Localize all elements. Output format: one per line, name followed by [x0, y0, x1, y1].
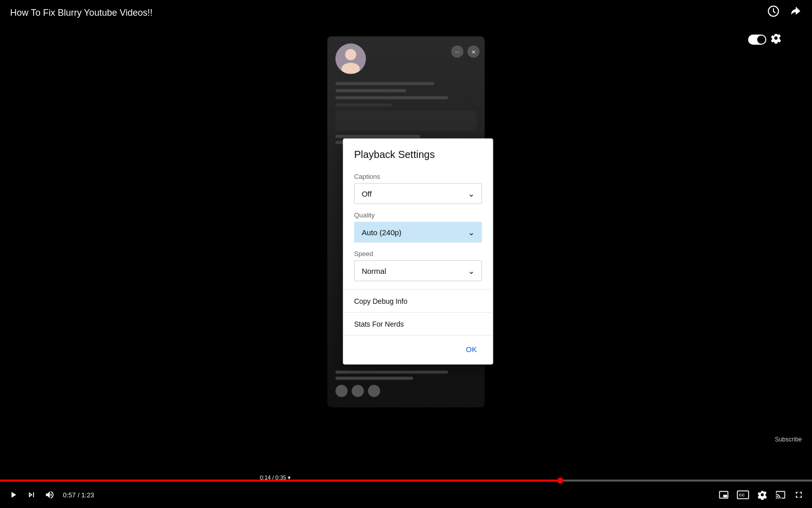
dialog-footer: OK: [343, 336, 493, 365]
bottom-bar: 0:14 / 0:35 ▾ 0:57 / 1:23: [0, 478, 812, 508]
share-icon[interactable]: [790, 5, 802, 20]
controls-row: 0:57 / 1:23 CC: [0, 482, 812, 508]
phone-content: [335, 82, 477, 147]
playback-settings-dialog: Playback Settings Captions Off ⌄ Quality…: [343, 139, 493, 365]
phone-dot-2: ✕: [467, 46, 480, 58]
copy-debug-info-button[interactable]: Copy Debug Info: [343, 290, 493, 313]
volume-button[interactable]: [45, 490, 55, 500]
skip-button[interactable]: [26, 490, 37, 500]
top-bar-icons: [767, 5, 802, 20]
progress-bar[interactable]: 0:14 / 0:35 ▾: [0, 480, 812, 482]
settings-button[interactable]: [757, 490, 767, 500]
chapter-time: 0:14 / 0:35: [260, 474, 286, 481]
miniplayer-button[interactable]: [719, 490, 729, 500]
captions-value: Off: [362, 189, 372, 198]
captions-label: Captions: [354, 173, 482, 180]
top-bar: How To Fix Blurry Youtube Videos!!: [0, 0, 812, 25]
quality-label: Quality: [354, 211, 482, 219]
phone-dot-1: ···: [451, 46, 463, 58]
stats-for-nerds-button[interactable]: Stats For Nerds: [343, 313, 493, 336]
dialog-overlay: Playback Settings Captions Off ⌄ Quality…: [343, 139, 493, 365]
phone-top-controls: ··· ✕: [451, 46, 480, 58]
ok-button[interactable]: OK: [461, 342, 482, 357]
play-button[interactable]: [8, 490, 18, 500]
video-title: How To Fix Blurry Youtube Videos!!: [10, 8, 153, 18]
captions-chevron-icon: ⌄: [468, 189, 475, 199]
svg-text:CC: CC: [739, 493, 745, 497]
chapter-area: 0:14 / 0:35 ▾: [260, 474, 291, 481]
chapter-dropdown-icon: ▾: [288, 474, 291, 481]
quality-select[interactable]: Auto (240p) ⌄: [354, 222, 482, 243]
quality-value: Auto (240p): [362, 228, 401, 237]
controls-right: CC: [719, 490, 804, 500]
speed-select[interactable]: Normal ⌄: [354, 261, 482, 281]
cast-button[interactable]: [775, 490, 786, 500]
speed-value: Normal: [362, 267, 386, 275]
phone-bottom-content: [335, 371, 477, 397]
dialog-header: Playback Settings: [343, 139, 493, 166]
autoplay-toggle[interactable]: [748, 35, 766, 45]
avatar: [335, 44, 366, 74]
autoplay-knob: [757, 36, 765, 44]
autoplay-area: [748, 33, 782, 46]
svg-point-2: [345, 49, 356, 60]
fullscreen-button[interactable]: [794, 490, 804, 500]
dialog-body: Captions Off ⌄ Quality Auto (240p) ⌄ Spe…: [343, 173, 493, 281]
settings-gear-icon[interactable]: [770, 33, 782, 46]
history-icon[interactable]: [767, 5, 780, 20]
dialog-title: Playback Settings: [354, 149, 482, 161]
captions-select[interactable]: Off ⌄: [354, 183, 482, 204]
subscribe-label[interactable]: Subscribe: [775, 436, 802, 443]
progress-knob: [557, 478, 563, 484]
quality-chevron-icon: ⌄: [468, 228, 475, 237]
speed-chevron-icon: ⌄: [468, 266, 475, 276]
speed-label: Speed: [354, 250, 482, 258]
video-area: ··· ✕: [0, 25, 812, 478]
controls-left: 0:57 / 1:23: [8, 490, 94, 500]
captions-button[interactable]: CC: [737, 490, 749, 500]
time-display: 0:57 / 1:23: [63, 491, 94, 499]
